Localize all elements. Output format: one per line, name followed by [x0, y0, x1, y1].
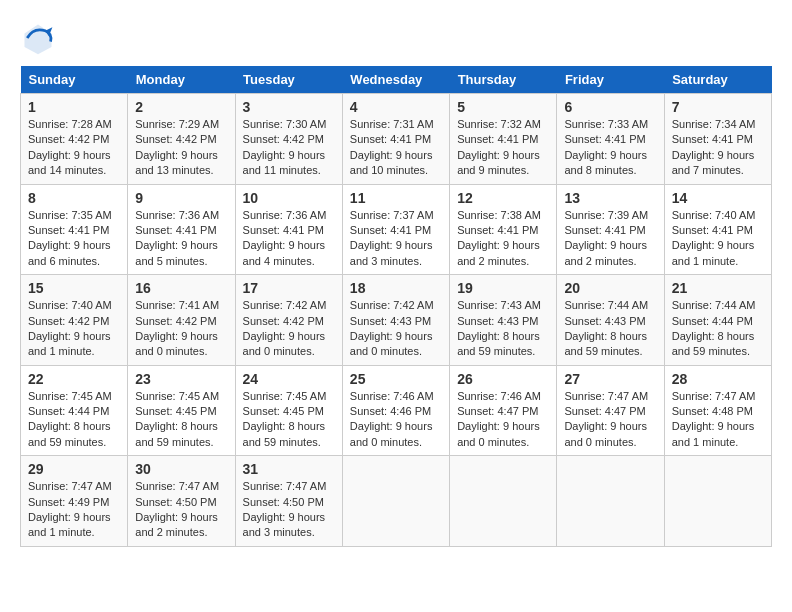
sunrise-label: Sunrise: 7:45 AM — [135, 390, 219, 402]
calendar-cell: 25 Sunrise: 7:46 AM Sunset: 4:46 PM Dayl… — [342, 365, 449, 456]
sunrise-label: Sunrise: 7:40 AM — [28, 299, 112, 311]
day-number: 4 — [350, 99, 442, 115]
calendar-cell: 1 Sunrise: 7:28 AM Sunset: 4:42 PM Dayli… — [21, 94, 128, 185]
day-info: Sunrise: 7:28 AM Sunset: 4:42 PM Dayligh… — [28, 117, 120, 179]
sunset-label: Sunset: 4:41 PM — [672, 224, 753, 236]
sunrise-label: Sunrise: 7:45 AM — [28, 390, 112, 402]
daylight-label: Daylight: 9 hours and 3 minutes. — [350, 239, 433, 266]
calendar-day-header: Monday — [128, 66, 235, 94]
sunset-label: Sunset: 4:44 PM — [28, 405, 109, 417]
day-number: 1 — [28, 99, 120, 115]
day-info: Sunrise: 7:39 AM Sunset: 4:41 PM Dayligh… — [564, 208, 656, 270]
calendar-body: 1 Sunrise: 7:28 AM Sunset: 4:42 PM Dayli… — [21, 94, 772, 547]
day-number: 6 — [564, 99, 656, 115]
day-number: 11 — [350, 190, 442, 206]
calendar-day-header: Saturday — [664, 66, 771, 94]
sunrise-label: Sunrise: 7:43 AM — [457, 299, 541, 311]
sunrise-label: Sunrise: 7:44 AM — [672, 299, 756, 311]
sunset-label: Sunset: 4:42 PM — [135, 315, 216, 327]
calendar-cell: 31 Sunrise: 7:47 AM Sunset: 4:50 PM Dayl… — [235, 456, 342, 547]
daylight-label: Daylight: 9 hours and 6 minutes. — [28, 239, 111, 266]
day-info: Sunrise: 7:47 AM Sunset: 4:49 PM Dayligh… — [28, 479, 120, 541]
day-number: 17 — [243, 280, 335, 296]
day-number: 2 — [135, 99, 227, 115]
day-number: 12 — [457, 190, 549, 206]
sunset-label: Sunset: 4:42 PM — [243, 133, 324, 145]
day-info: Sunrise: 7:31 AM Sunset: 4:41 PM Dayligh… — [350, 117, 442, 179]
calendar-cell: 16 Sunrise: 7:41 AM Sunset: 4:42 PM Dayl… — [128, 275, 235, 366]
sunset-label: Sunset: 4:47 PM — [564, 405, 645, 417]
sunrise-label: Sunrise: 7:42 AM — [350, 299, 434, 311]
daylight-label: Daylight: 9 hours and 1 minute. — [28, 330, 111, 357]
day-info: Sunrise: 7:40 AM Sunset: 4:41 PM Dayligh… — [672, 208, 764, 270]
daylight-label: Daylight: 9 hours and 8 minutes. — [564, 149, 647, 176]
sunset-label: Sunset: 4:41 PM — [135, 224, 216, 236]
logo — [20, 20, 62, 56]
calendar-cell: 29 Sunrise: 7:47 AM Sunset: 4:49 PM Dayl… — [21, 456, 128, 547]
calendar-cell: 23 Sunrise: 7:45 AM Sunset: 4:45 PM Dayl… — [128, 365, 235, 456]
sunrise-label: Sunrise: 7:41 AM — [135, 299, 219, 311]
calendar-cell: 30 Sunrise: 7:47 AM Sunset: 4:50 PM Dayl… — [128, 456, 235, 547]
calendar-week-row: 8 Sunrise: 7:35 AM Sunset: 4:41 PM Dayli… — [21, 184, 772, 275]
day-number: 18 — [350, 280, 442, 296]
day-number: 23 — [135, 371, 227, 387]
sunset-label: Sunset: 4:46 PM — [350, 405, 431, 417]
day-info: Sunrise: 7:42 AM Sunset: 4:42 PM Dayligh… — [243, 298, 335, 360]
daylight-label: Daylight: 9 hours and 3 minutes. — [243, 511, 326, 538]
day-info: Sunrise: 7:44 AM Sunset: 4:44 PM Dayligh… — [672, 298, 764, 360]
sunrise-label: Sunrise: 7:30 AM — [243, 118, 327, 130]
day-info: Sunrise: 7:37 AM Sunset: 4:41 PM Dayligh… — [350, 208, 442, 270]
calendar-cell: 8 Sunrise: 7:35 AM Sunset: 4:41 PM Dayli… — [21, 184, 128, 275]
day-number: 7 — [672, 99, 764, 115]
daylight-label: Daylight: 9 hours and 1 minute. — [672, 420, 755, 447]
day-info: Sunrise: 7:44 AM Sunset: 4:43 PM Dayligh… — [564, 298, 656, 360]
calendar-cell: 3 Sunrise: 7:30 AM Sunset: 4:42 PM Dayli… — [235, 94, 342, 185]
day-info: Sunrise: 7:45 AM Sunset: 4:44 PM Dayligh… — [28, 389, 120, 451]
sunset-label: Sunset: 4:44 PM — [672, 315, 753, 327]
sunrise-label: Sunrise: 7:29 AM — [135, 118, 219, 130]
sunrise-label: Sunrise: 7:47 AM — [135, 480, 219, 492]
sunrise-label: Sunrise: 7:28 AM — [28, 118, 112, 130]
sunset-label: Sunset: 4:49 PM — [28, 496, 109, 508]
calendar-cell: 9 Sunrise: 7:36 AM Sunset: 4:41 PM Dayli… — [128, 184, 235, 275]
day-number: 15 — [28, 280, 120, 296]
sunset-label: Sunset: 4:50 PM — [135, 496, 216, 508]
calendar-table: SundayMondayTuesdayWednesdayThursdayFrid… — [20, 66, 772, 547]
sunset-label: Sunset: 4:43 PM — [457, 315, 538, 327]
sunset-label: Sunset: 4:41 PM — [564, 224, 645, 236]
daylight-label: Daylight: 9 hours and 13 minutes. — [135, 149, 218, 176]
sunset-label: Sunset: 4:47 PM — [457, 405, 538, 417]
day-number: 31 — [243, 461, 335, 477]
daylight-label: Daylight: 9 hours and 11 minutes. — [243, 149, 326, 176]
calendar-week-row: 15 Sunrise: 7:40 AM Sunset: 4:42 PM Dayl… — [21, 275, 772, 366]
sunrise-label: Sunrise: 7:44 AM — [564, 299, 648, 311]
sunset-label: Sunset: 4:41 PM — [350, 133, 431, 145]
day-info: Sunrise: 7:36 AM Sunset: 4:41 PM Dayligh… — [243, 208, 335, 270]
sunrise-label: Sunrise: 7:36 AM — [243, 209, 327, 221]
daylight-label: Daylight: 9 hours and 0 minutes. — [243, 330, 326, 357]
day-number: 26 — [457, 371, 549, 387]
sunset-label: Sunset: 4:41 PM — [672, 133, 753, 145]
calendar-day-header: Tuesday — [235, 66, 342, 94]
day-number: 10 — [243, 190, 335, 206]
day-number: 25 — [350, 371, 442, 387]
calendar-cell — [664, 456, 771, 547]
calendar-cell: 18 Sunrise: 7:42 AM Sunset: 4:43 PM Dayl… — [342, 275, 449, 366]
day-number: 30 — [135, 461, 227, 477]
daylight-label: Daylight: 9 hours and 1 minute. — [672, 239, 755, 266]
sunset-label: Sunset: 4:42 PM — [28, 133, 109, 145]
day-number: 9 — [135, 190, 227, 206]
day-info: Sunrise: 7:35 AM Sunset: 4:41 PM Dayligh… — [28, 208, 120, 270]
day-number: 5 — [457, 99, 549, 115]
day-number: 16 — [135, 280, 227, 296]
day-number: 14 — [672, 190, 764, 206]
sunset-label: Sunset: 4:41 PM — [564, 133, 645, 145]
calendar-cell: 21 Sunrise: 7:44 AM Sunset: 4:44 PM Dayl… — [664, 275, 771, 366]
calendar-day-header: Thursday — [450, 66, 557, 94]
daylight-label: Daylight: 9 hours and 0 minutes. — [564, 420, 647, 447]
day-info: Sunrise: 7:36 AM Sunset: 4:41 PM Dayligh… — [135, 208, 227, 270]
calendar-cell: 7 Sunrise: 7:34 AM Sunset: 4:41 PM Dayli… — [664, 94, 771, 185]
calendar-day-header: Sunday — [21, 66, 128, 94]
calendar-cell: 10 Sunrise: 7:36 AM Sunset: 4:41 PM Dayl… — [235, 184, 342, 275]
sunset-label: Sunset: 4:45 PM — [243, 405, 324, 417]
